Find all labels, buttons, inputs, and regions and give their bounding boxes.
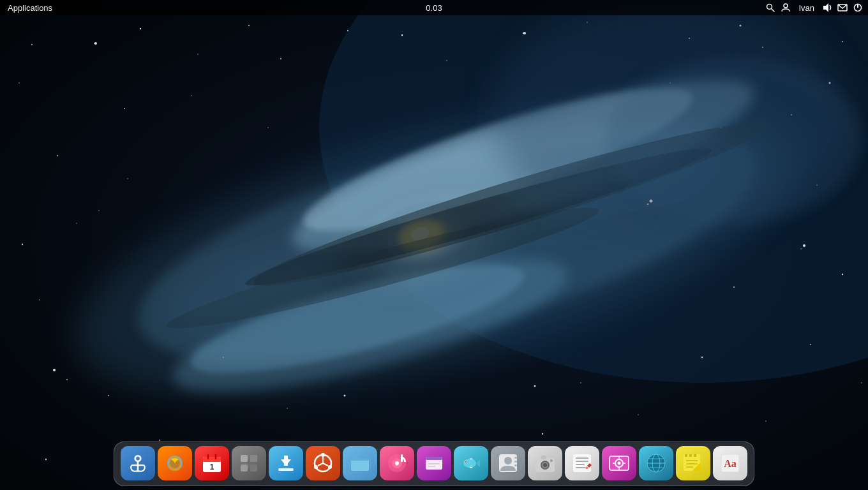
svg-line-106 — [323, 463, 328, 466]
dock-icon-koi[interactable] — [454, 446, 488, 480]
applications-menu[interactable]: Applications — [5, 3, 55, 13]
svg-point-37 — [108, 395, 109, 396]
svg-text:Aa: Aa — [724, 458, 737, 469]
dock-icon-writer[interactable] — [565, 446, 599, 480]
svg-rect-94 — [250, 455, 257, 462]
svg-point-22 — [347, 30, 348, 31]
dock-icon-globe[interactable] — [639, 446, 673, 480]
svg-point-63 — [191, 95, 192, 96]
username-label[interactable]: Ivan — [796, 3, 817, 13]
svg-point-59 — [94, 42, 97, 45]
dock-icon-files[interactable] — [343, 446, 377, 480]
svg-point-27 — [800, 248, 802, 249]
svg-point-68 — [287, 408, 288, 409]
dock-icon-downloader[interactable] — [269, 446, 303, 480]
dock-icon-stickies[interactable] — [676, 446, 710, 480]
svg-point-52 — [159, 440, 160, 441]
menubar-right: Ivan — [765, 3, 863, 13]
svg-rect-123 — [514, 461, 517, 463]
svg-text:1: 1 — [210, 463, 214, 471]
svg-point-32 — [22, 244, 23, 245]
svg-rect-131 — [573, 454, 591, 472]
svg-point-47 — [248, 25, 250, 26]
svg-rect-129 — [541, 456, 546, 459]
svg-point-42 — [810, 344, 811, 345]
desktop: Applications 0.03 Ivan — [0, 0, 868, 490]
svg-line-105 — [318, 463, 323, 466]
svg-point-29 — [842, 41, 843, 42]
dock-icon-music[interactable]: ♪ — [380, 446, 414, 480]
svg-point-54 — [542, 433, 543, 434]
svg-point-75 — [767, 4, 772, 10]
svg-point-17 — [31, 44, 33, 45]
dock-icon-calendar[interactable]: 1 — [195, 446, 229, 480]
svg-point-34 — [39, 299, 40, 301]
svg-rect-135 — [576, 467, 586, 468]
svg-point-58 — [803, 244, 805, 247]
power-icon[interactable] — [853, 3, 863, 13]
svg-point-101 — [321, 453, 325, 457]
dock-icon-camera[interactable] — [528, 446, 562, 480]
mail-icon[interactable] — [837, 3, 848, 13]
svg-rect-95 — [241, 464, 248, 471]
svg-text:—: — — [430, 457, 434, 462]
dock-icon-firefox[interactable] — [158, 446, 192, 480]
svg-rect-133 — [576, 461, 588, 462]
svg-point-31 — [57, 155, 58, 156]
svg-rect-134 — [576, 464, 585, 465]
svg-point-65 — [127, 178, 128, 179]
svg-point-117 — [463, 459, 476, 468]
svg-rect-124 — [514, 464, 517, 466]
svg-rect-110 — [401, 454, 403, 462]
svg-point-62 — [534, 385, 536, 387]
svg-point-46 — [861, 382, 862, 383]
svg-point-56 — [53, 369, 56, 371]
dock-icon-dictionary[interactable]: Aa — [713, 446, 747, 480]
svg-point-41 — [842, 274, 843, 275]
svg-rect-153 — [694, 454, 696, 457]
svg-point-60 — [523, 32, 526, 34]
search-icon[interactable] — [765, 3, 775, 13]
svg-point-21 — [280, 58, 281, 59]
svg-marker-78 — [823, 3, 828, 12]
svg-rect-99 — [284, 456, 288, 466]
svg-point-48 — [401, 34, 403, 36]
dock-icon-anchor[interactable] — [121, 446, 155, 480]
svg-rect-89 — [203, 460, 221, 462]
dock: 1 — [114, 442, 754, 486]
svg-point-33 — [66, 379, 68, 380]
wallpaper — [0, 0, 868, 490]
svg-rect-132 — [576, 457, 588, 459]
svg-point-45 — [701, 357, 703, 358]
svg-point-64 — [267, 127, 269, 128]
svg-rect-96 — [250, 464, 257, 471]
svg-point-121 — [504, 457, 512, 464]
svg-point-74 — [606, 57, 862, 223]
svg-rect-113 — [426, 457, 442, 460]
dock-icon-manager[interactable]: — — [417, 446, 451, 480]
dock-icon-screenshot[interactable] — [602, 446, 636, 480]
dock-icon-mosaic[interactable] — [232, 446, 266, 480]
svg-point-30 — [19, 82, 20, 84]
svg-point-61 — [344, 395, 346, 397]
svg-point-102 — [314, 465, 318, 469]
svg-point-44 — [733, 286, 735, 288]
svg-point-19 — [140, 28, 141, 29]
dock-icon-contacts[interactable] — [491, 446, 525, 480]
volume-icon[interactable] — [822, 3, 832, 13]
svg-point-139 — [618, 462, 621, 465]
menubar-left: Applications — [5, 3, 55, 13]
svg-point-77 — [784, 4, 788, 8]
svg-point-23 — [446, 60, 447, 61]
svg-point-70 — [638, 414, 639, 415]
svg-point-103 — [328, 465, 332, 469]
user-icon[interactable] — [781, 3, 791, 13]
svg-rect-151 — [685, 454, 687, 457]
svg-point-69 — [580, 382, 581, 383]
svg-point-35 — [98, 210, 100, 211]
dock-icon-ubuntu[interactable] — [306, 446, 340, 480]
svg-point-43 — [765, 420, 767, 422]
menubar-center: 0.03 — [426, 3, 442, 13]
center-display: 0.03 — [426, 3, 442, 13]
svg-text:♪: ♪ — [396, 461, 399, 467]
